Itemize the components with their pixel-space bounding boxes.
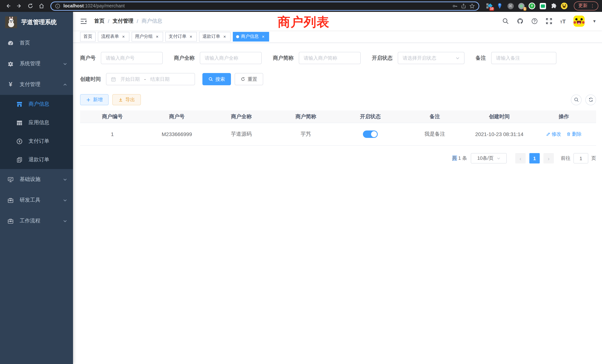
prev-page-button[interactable]: ‹ bbox=[515, 153, 526, 163]
fullscreen-icon[interactable] bbox=[546, 18, 552, 24]
sidebar-item-workflow[interactable]: 工作流程 bbox=[0, 211, 73, 231]
tab-close-icon[interactable]: × bbox=[155, 34, 160, 39]
user-avatar[interactable] bbox=[573, 16, 585, 27]
profile-emoji-icon[interactable] bbox=[560, 2, 568, 10]
tab-close-icon[interactable]: × bbox=[188, 34, 194, 39]
sidebar-item-merchant-info[interactable]: 商户信息 bbox=[0, 95, 73, 113]
status-toggle[interactable] bbox=[363, 130, 378, 138]
url-text[interactable]: localhost:1024/pay/merchant bbox=[63, 3, 449, 9]
avatar-caret-icon[interactable]: ▼ bbox=[592, 19, 596, 23]
page: localhost:1024/pay/merchant 10 ⌘ bbox=[0, 0, 602, 364]
sidebar-item-app-info[interactable]: 应用信息 bbox=[0, 113, 73, 132]
sidebar-item-system[interactable]: 系统管理 bbox=[0, 53, 73, 74]
extension-chat-icon[interactable] bbox=[539, 2, 546, 10]
browser-forward-icon[interactable] bbox=[15, 1, 24, 10]
tab-merchant-info[interactable]: 商户信息× bbox=[233, 32, 269, 41]
tab-close-icon[interactable]: × bbox=[222, 34, 227, 39]
status-select[interactable] bbox=[398, 52, 464, 64]
add-button[interactable]: 新增 bbox=[80, 94, 109, 105]
font-size-icon[interactable]: TT bbox=[560, 18, 566, 24]
bookmark-star-icon[interactable] bbox=[469, 3, 475, 9]
refresh-table-button[interactable] bbox=[585, 94, 596, 105]
delete-link[interactable]: 删除 bbox=[566, 131, 582, 138]
page-suffix-label: 页 bbox=[591, 155, 596, 162]
search-icon bbox=[208, 77, 213, 82]
merchant-table: 商户编号 商户号 商户全称 商户简称 开启状态 备注 创建时间 操作 1 M23… bbox=[80, 110, 596, 146]
tab-refund-order[interactable]: 退款订单× bbox=[199, 32, 231, 41]
cell-merchant-name: 芋道源码 bbox=[209, 123, 274, 145]
breadcrumb-pay[interactable]: 支付管理 bbox=[113, 18, 133, 24]
merchant-short-input[interactable] bbox=[299, 52, 361, 64]
search-button[interactable]: 搜索 bbox=[202, 73, 231, 85]
merchant-no-input[interactable] bbox=[101, 52, 163, 64]
add-button-label: 新增 bbox=[93, 96, 103, 103]
toggle-search-button[interactable] bbox=[571, 94, 582, 105]
help-icon[interactable] bbox=[531, 18, 538, 24]
merchant-name-input[interactable] bbox=[200, 52, 262, 64]
app-logo-row[interactable]: 芋道管理系统 bbox=[0, 12, 73, 33]
cell-status bbox=[338, 123, 403, 145]
browser-menu-icon[interactable]: ⋮ bbox=[590, 4, 595, 8]
tab-close-icon[interactable]: × bbox=[261, 34, 266, 39]
export-button[interactable]: 导出 bbox=[112, 94, 141, 105]
store-icon bbox=[16, 101, 23, 107]
password-key-icon[interactable] bbox=[452, 3, 458, 9]
edit-link[interactable]: 修改 bbox=[546, 131, 561, 138]
page-size-select[interactable]: 10条/页 bbox=[471, 153, 507, 163]
pagination-total: 共 1 条 bbox=[452, 155, 467, 162]
sidebar-item-refund-order[interactable]: 退款订单 bbox=[0, 150, 73, 169]
edit-label: 修改 bbox=[552, 131, 561, 138]
reset-button[interactable]: 重置 bbox=[235, 73, 263, 85]
tab-label: 用户分组 bbox=[135, 33, 153, 40]
chevron-down-icon bbox=[63, 177, 67, 182]
tab-pay-order[interactable]: 支付订单× bbox=[165, 32, 197, 41]
extension-gray-ball-icon[interactable]: 1 bbox=[517, 2, 525, 10]
tab-user-group[interactable]: 用户分组× bbox=[132, 32, 163, 41]
tab-home[interactable]: 首页 bbox=[80, 32, 96, 41]
extension-blue-diamond-icon[interactable]: 10 bbox=[485, 2, 493, 10]
extension-command-icon[interactable]: ⌘ bbox=[507, 2, 514, 10]
sidebar-item-label: 系统管理 bbox=[20, 60, 57, 67]
sidebar-item-label: 支付管理 bbox=[20, 81, 57, 88]
tab-process-form[interactable]: 流程表单× bbox=[98, 32, 129, 41]
address-bar[interactable]: localhost:1024/pay/merchant bbox=[50, 1, 479, 11]
breadcrumb-separator: / bbox=[137, 18, 138, 24]
page-number-1[interactable]: 1 bbox=[529, 153, 540, 163]
extensions-puzzle-icon[interactable] bbox=[550, 2, 557, 10]
chevron-up-icon bbox=[63, 83, 67, 86]
site-info-icon[interactable] bbox=[55, 3, 60, 9]
app-logo-rabbit bbox=[5, 16, 17, 28]
sidebar-item-label: 首页 bbox=[20, 40, 67, 46]
sidebar-item-pay-order[interactable]: ¥ 支付订单 bbox=[0, 132, 73, 150]
sidebar-item-home[interactable]: 首页 bbox=[0, 33, 73, 53]
browser-home-icon[interactable] bbox=[37, 1, 46, 10]
header-search-icon[interactable] bbox=[502, 18, 509, 24]
extension-green-y-icon[interactable]: Y bbox=[528, 2, 536, 10]
tab-close-icon[interactable]: × bbox=[121, 34, 126, 39]
browser-back-icon[interactable] bbox=[4, 1, 13, 10]
next-page-button[interactable]: › bbox=[543, 153, 554, 163]
cell-remark: 我是备注 bbox=[403, 123, 467, 145]
goto-page-input[interactable] bbox=[573, 153, 588, 163]
gear-icon bbox=[7, 61, 14, 67]
breadcrumb-home[interactable]: 首页 bbox=[94, 18, 105, 24]
browser-update-button[interactable]: 更新 ⋮ bbox=[574, 1, 598, 10]
top-navbar: 首页 / 支付管理 / 商户信息 bbox=[73, 12, 602, 30]
reset-button-label: 重置 bbox=[248, 76, 257, 83]
share-icon[interactable] bbox=[461, 3, 466, 9]
sidebar-item-devtools[interactable]: 研发工具 bbox=[0, 190, 73, 211]
tab-label: 流程表单 bbox=[101, 33, 119, 40]
sidebar-collapse-icon[interactable] bbox=[79, 18, 89, 25]
breadcrumb-separator: / bbox=[108, 18, 109, 24]
chevron-down-icon bbox=[63, 219, 67, 223]
browser-reload-icon[interactable] bbox=[26, 1, 35, 10]
extension-pin-icon[interactable] bbox=[496, 2, 503, 10]
sidebar: 芋道管理系统 首页 系统管理 ¥ 支付管理 bbox=[0, 12, 73, 364]
sidebar-item-infra[interactable]: 基础设施 bbox=[0, 169, 73, 190]
github-icon[interactable] bbox=[517, 18, 523, 24]
extension-badge: 10 bbox=[489, 7, 494, 11]
remark-input[interactable] bbox=[491, 52, 556, 64]
sidebar-item-pay[interactable]: ¥ 支付管理 bbox=[0, 74, 73, 95]
col-header: 操作 bbox=[532, 110, 596, 123]
create-time-range-input[interactable]: - bbox=[106, 73, 195, 85]
